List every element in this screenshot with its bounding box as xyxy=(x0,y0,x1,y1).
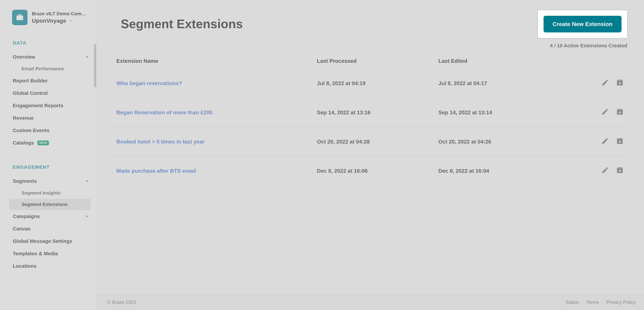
chevron-down-icon xyxy=(84,54,90,59)
last-edited-cell: Jul 8, 2022 at 04:17 xyxy=(433,69,554,98)
last-processed-cell: Dec 8, 2022 at 16:06 xyxy=(311,156,433,185)
nav-section-data: DATA Overview Email Performance Report B… xyxy=(0,33,97,157)
nav-item-label: Engagement Reports xyxy=(13,103,64,108)
last-edited-cell: Dec 8, 2022 at 16:04 xyxy=(433,156,554,185)
nav-item-canvas[interactable]: Canvas xyxy=(13,223,90,235)
nav-item-global-message-settings[interactable]: Global Message Settings xyxy=(13,235,90,247)
nav-subitem-email-performance[interactable]: Email Performance xyxy=(13,63,90,75)
nav-section-header-engagement: ENGAGEMENT xyxy=(13,164,90,170)
nav-subitem-segment-extensions[interactable]: Segment Extensions xyxy=(9,199,91,210)
org-company-label: Braze vILT Demo Com… xyxy=(32,11,86,17)
main-content: Segment Extensions Create New Extension … xyxy=(97,0,644,310)
edit-button[interactable] xyxy=(600,78,610,88)
nav-section-header-data: DATA xyxy=(13,40,90,46)
nav-item-catalogs[interactable]: Catalogs NEW xyxy=(13,137,90,149)
nav-item-segments[interactable]: Segments xyxy=(13,175,90,187)
extension-name-link[interactable]: Booked hotel > 5 times in last year xyxy=(111,127,311,156)
nav-item-revenue[interactable]: Revenue xyxy=(13,112,90,124)
nav-item-label: Templates & Media xyxy=(13,251,58,256)
archive-button[interactable] xyxy=(615,107,625,118)
nav-item-label: Locations xyxy=(13,263,36,269)
archive-icon xyxy=(616,166,624,175)
archive-button[interactable] xyxy=(615,78,625,88)
archive-button[interactable] xyxy=(615,166,625,176)
pencil-icon xyxy=(601,137,609,146)
col-header-actions xyxy=(554,54,630,69)
create-button-highlight: Create New Extension xyxy=(538,10,627,38)
nav-section-engagement: ENGAGEMENT Segments Segment Insights Seg… xyxy=(0,157,97,275)
nav-subitem-segment-insights[interactable]: Segment Insights xyxy=(13,187,90,199)
nav-item-label: Canvas xyxy=(13,226,31,232)
active-extensions-count: 4 / 10 Active Extensions Created xyxy=(97,42,644,54)
nav-item-overview[interactable]: Overview xyxy=(13,51,90,63)
extension-name-link[interactable]: Made purchase after BTS email xyxy=(111,156,311,185)
edit-button[interactable] xyxy=(600,107,610,118)
archive-icon xyxy=(616,137,624,146)
extension-name-link[interactable]: Began Reservation of more than £200 xyxy=(111,98,311,127)
col-header-name[interactable]: Extension Name xyxy=(111,54,311,69)
col-header-last-processed[interactable]: Last Processed xyxy=(311,54,433,69)
nav-item-campaigns[interactable]: Campaigns xyxy=(13,210,90,223)
org-workspace-label: UponVoyage xyxy=(32,18,66,24)
chevron-right-icon xyxy=(84,214,90,219)
create-new-extension-button[interactable]: Create New Extension xyxy=(544,16,622,32)
nav-item-label: Custom Events xyxy=(13,128,49,133)
sidebar-scrollbar[interactable] xyxy=(94,0,96,310)
footer-link-status[interactable]: Status xyxy=(566,299,579,305)
edit-button[interactable] xyxy=(600,137,610,147)
nav-item-label: Campaigns xyxy=(13,213,40,219)
org-header[interactable]: Braze vILT Demo Com… UponVoyage xyxy=(0,0,97,33)
nav-item-label: Global Message Settings xyxy=(13,238,72,244)
last-edited-cell: Oct 20, 2022 at 04:26 xyxy=(433,127,554,156)
nav-item-label: Report Builder xyxy=(13,78,48,84)
nav-item-custom-events[interactable]: Custom Events xyxy=(13,124,90,137)
last-edited-cell: Sep 14, 2022 at 13:14 xyxy=(433,98,554,127)
nav-item-label: Catalogs xyxy=(13,140,34,146)
pencil-icon xyxy=(601,166,609,175)
nav-item-templates-media[interactable]: Templates & Media xyxy=(13,247,90,260)
sidebar: Braze vILT Demo Com… UponVoyage DATA Ove… xyxy=(0,0,97,310)
last-processed-cell: Sep 14, 2022 at 13:16 xyxy=(311,98,433,127)
nav-item-global-control[interactable]: Global Control xyxy=(13,87,90,99)
nav-item-locations[interactable]: Locations xyxy=(13,260,90,272)
table-row: Booked hotel > 5 times in last yearOct 2… xyxy=(111,127,630,156)
table-row: Began Reservation of more than £200Sep 1… xyxy=(111,98,630,127)
chevron-down-icon xyxy=(68,18,73,23)
nav-item-label: Segments xyxy=(13,178,37,184)
pencil-icon xyxy=(601,79,609,88)
new-badge: NEW xyxy=(38,140,49,145)
extension-name-link[interactable]: Who began reservations? xyxy=(111,69,311,98)
archive-icon xyxy=(616,108,624,117)
footer-link-privacy[interactable]: Privacy Policy xyxy=(606,299,636,305)
archive-icon xyxy=(616,79,624,88)
sidebar-scrollbar-thumb[interactable] xyxy=(94,44,96,87)
page-title: Segment Extensions xyxy=(121,17,243,31)
nav-item-label: Global Control xyxy=(13,90,48,96)
edit-button[interactable] xyxy=(600,166,610,176)
org-briefcase-icon xyxy=(12,10,28,25)
nav-item-label: Revenue xyxy=(13,115,34,121)
extensions-table: Extension Name Last Processed Last Edite… xyxy=(111,54,630,186)
nav-item-label: Overview xyxy=(13,54,35,60)
table-row: Who began reservations?Jul 8, 2022 at 04… xyxy=(111,69,630,98)
nav-item-engagement-reports[interactable]: Engagement Reports xyxy=(13,99,90,112)
nav-divider xyxy=(13,154,90,154)
archive-button[interactable] xyxy=(615,137,625,147)
table-row: Made purchase after BTS emailDec 8, 2022… xyxy=(111,156,630,185)
footer: © Braze 2023 Status Terms Privacy Policy xyxy=(97,294,644,310)
footer-copyright: © Braze 2023 xyxy=(107,299,136,305)
nav-item-report-builder[interactable]: Report Builder xyxy=(13,75,90,87)
last-processed-cell: Oct 20, 2022 at 04:28 xyxy=(311,127,433,156)
last-processed-cell: Jul 8, 2022 at 04:19 xyxy=(311,69,433,98)
chevron-down-icon xyxy=(84,179,90,184)
pencil-icon xyxy=(601,108,609,117)
footer-link-terms[interactable]: Terms xyxy=(586,299,599,305)
col-header-last-edited[interactable]: Last Edited xyxy=(433,54,554,69)
